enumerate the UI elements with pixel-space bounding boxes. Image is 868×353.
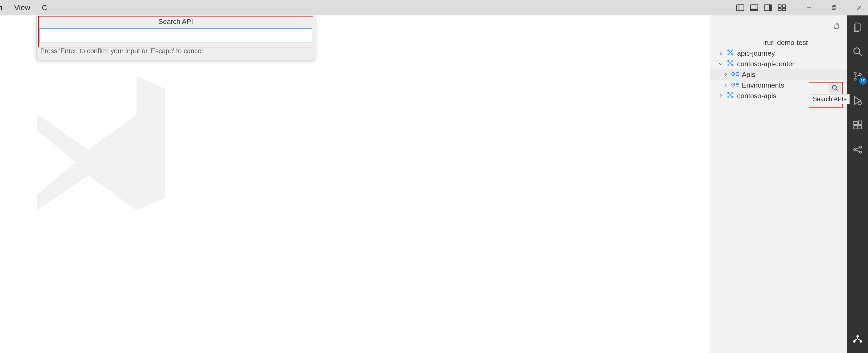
menu-item-partial-2[interactable]: C (39, 2, 50, 13)
window-controls (803, 2, 865, 14)
activity-api-center-icon[interactable] (851, 143, 865, 156)
svg-rect-51 (854, 121, 857, 125)
svg-rect-8 (778, 8, 781, 11)
apic-node-icon (726, 59, 735, 69)
quick-input-hint: Press 'Enter' to confirm your input or '… (36, 46, 315, 60)
quick-input-title: Search API (36, 15, 315, 29)
editor-area: Search API Press 'Enter' to confirm your… (0, 15, 710, 353)
activity-explorer-icon[interactable] (851, 20, 865, 34)
apic-node-icon (726, 91, 735, 101)
side-panel: iruri-demo-test apic-journey (710, 15, 847, 353)
annotation-highlight-search: Search APIs (809, 82, 843, 108)
svg-point-58 (856, 335, 859, 338)
svg-point-43 (832, 85, 836, 89)
chevron-right-icon[interactable] (718, 51, 724, 56)
activity-bar: 19 (847, 15, 868, 353)
svg-rect-54 (859, 121, 862, 124)
svg-rect-0 (737, 5, 744, 11)
search-apis-button[interactable] (829, 82, 841, 93)
activity-api-center-active-icon[interactable] (851, 332, 865, 346)
title-bar: on View C (0, 0, 868, 15)
menu-bar: on View C (0, 2, 50, 13)
close-button[interactable] (853, 2, 865, 14)
svg-point-55 (854, 148, 856, 151)
svg-point-33 (733, 84, 734, 85)
chevron-right-icon[interactable] (723, 83, 728, 87)
toggle-primary-sidebar-icon[interactable] (735, 3, 745, 12)
svg-rect-6 (778, 5, 781, 7)
svg-line-46 (859, 53, 862, 56)
svg-line-44 (836, 89, 838, 91)
svg-point-45 (854, 48, 860, 54)
chevron-right-icon[interactable] (723, 72, 728, 77)
tree-row-contoso-api-center[interactable]: contoso-api-center (710, 59, 847, 69)
tree-item-label: iruri-demo-test (763, 39, 847, 47)
svg-point-56 (860, 146, 862, 148)
menu-item-view[interactable]: View (11, 2, 33, 13)
refresh-button[interactable] (833, 23, 840, 30)
layout-controls (735, 3, 787, 12)
api-center-tree: iruri-demo-test apic-journey (710, 37, 847, 353)
svg-rect-12 (832, 6, 835, 9)
svg-rect-9 (783, 8, 785, 11)
activity-run-debug-icon[interactable] (851, 94, 865, 108)
svg-point-28 (733, 73, 734, 75)
tree-row-apic-journey[interactable]: apic-journey (710, 48, 847, 59)
tree-item-label: contoso-api-center (737, 60, 847, 68)
restore-button[interactable] (828, 2, 840, 14)
tree-row-apis[interactable]: Apis (710, 69, 847, 80)
svg-rect-52 (854, 126, 857, 129)
minimize-button[interactable] (803, 2, 815, 14)
tree-row-partial-top[interactable]: iruri-demo-test (710, 37, 847, 48)
source-control-badge: 19 (859, 77, 867, 85)
toggle-secondary-sidebar-icon[interactable] (763, 3, 773, 12)
gear-list-icon (731, 71, 739, 79)
customize-layout-icon[interactable] (777, 3, 787, 12)
tree-item-label: Apis (742, 71, 847, 79)
tooltip-search-apis: Search APIs (810, 94, 849, 104)
activity-source-control-icon[interactable]: 19 (851, 69, 865, 83)
svg-point-48 (854, 78, 856, 80)
apic-node-icon (726, 48, 735, 58)
svg-rect-11 (833, 6, 836, 9)
vscode-watermark-icon (13, 63, 189, 223)
chevron-right-icon[interactable] (718, 94, 724, 98)
side-panel-header (710, 15, 847, 37)
tree-item-label: apic-journey (737, 49, 847, 58)
menu-item-partial[interactable]: on (0, 2, 5, 13)
svg-point-50 (858, 101, 862, 105)
workbench: Search API Press 'Enter' to confirm your… (0, 15, 868, 353)
svg-point-47 (854, 72, 856, 74)
activity-search-icon[interactable] (851, 45, 865, 59)
svg-rect-7 (783, 5, 785, 7)
svg-rect-5 (769, 5, 772, 11)
activity-extensions-icon[interactable] (851, 118, 865, 132)
chevron-down-icon[interactable] (718, 62, 724, 66)
quick-input-widget: Search API Press 'Enter' to confirm your… (36, 15, 315, 60)
svg-point-57 (860, 151, 862, 153)
title-bar-right (735, 2, 865, 14)
svg-rect-3 (750, 9, 758, 11)
quick-input-box[interactable] (39, 29, 312, 43)
svg-rect-53 (858, 126, 862, 129)
toggle-panel-icon[interactable] (749, 3, 759, 12)
gear-list-icon (731, 81, 739, 90)
